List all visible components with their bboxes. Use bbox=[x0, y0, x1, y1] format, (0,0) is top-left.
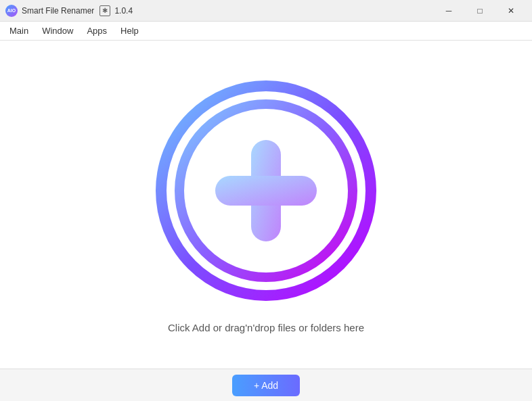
menu-item-main[interactable]: Main bbox=[3, 23, 35, 39]
reg-symbol: ✱ bbox=[99, 5, 110, 16]
rings-svg bbox=[151, 76, 381, 306]
menu-item-window[interactable]: Window bbox=[35, 23, 80, 39]
menu-item-apps[interactable]: Apps bbox=[80, 23, 114, 39]
close-button[interactable]: ✕ bbox=[495, 0, 527, 22]
drop-zone[interactable]: Click Add or drag'n'drop files or folder… bbox=[151, 76, 381, 333]
menu-bar: Main Window Apps Help bbox=[0, 22, 532, 41]
app-icon-text: AIO bbox=[7, 8, 16, 13]
minimize-button[interactable]: ─ bbox=[433, 0, 464, 22]
hint-text: Click Add or drag'n'drop files or folder… bbox=[168, 322, 364, 333]
bottom-bar: + Add bbox=[0, 369, 532, 401]
window-controls: ─ □ ✕ bbox=[433, 0, 527, 22]
app-title: Smart File Renamer bbox=[22, 6, 94, 16]
app-icon: AIO bbox=[5, 5, 18, 17]
svg-rect-3 bbox=[215, 176, 317, 206]
app-version: 1.0.4 bbox=[114, 6, 133, 16]
add-button[interactable]: + Add bbox=[232, 375, 300, 396]
add-icon-container[interactable] bbox=[151, 76, 381, 306]
title-bar: AIO Smart File Renamer ✱ 1.0.4 ─ □ ✕ bbox=[0, 0, 532, 22]
main-content[interactable]: Click Add or drag'n'drop files or folder… bbox=[0, 41, 532, 369]
maximize-button[interactable]: □ bbox=[464, 0, 495, 22]
menu-item-help[interactable]: Help bbox=[114, 23, 146, 39]
title-bar-left: AIO Smart File Renamer ✱ 1.0.4 bbox=[5, 5, 133, 17]
